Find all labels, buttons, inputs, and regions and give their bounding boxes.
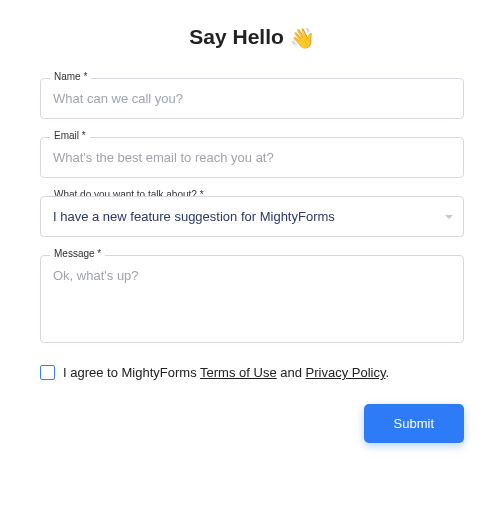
email-label: Email * [50, 130, 90, 141]
topic-select[interactable]: I have a new feature suggestion for Migh… [40, 196, 464, 237]
message-label: Message * [50, 248, 105, 259]
consent-suffix: . [386, 365, 390, 380]
consent-row: I agree to MightyForms Terms of Use and … [40, 365, 464, 380]
topic-selected-value: I have a new feature suggestion for Migh… [53, 209, 335, 224]
consent-prefix: I agree to MightyForms [63, 365, 200, 380]
email-field-group: Email * [40, 137, 464, 178]
consent-checkbox[interactable] [40, 365, 55, 380]
name-input[interactable] [40, 78, 464, 119]
consent-and: and [277, 365, 306, 380]
form-footer: Submit [40, 404, 464, 443]
submit-button[interactable]: Submit [364, 404, 464, 443]
title-text: Say Hello [189, 25, 284, 48]
terms-link[interactable]: Terms of Use [200, 365, 277, 380]
name-label: Name * [50, 71, 91, 82]
topic-field-group: What do you want to talk about? * I have… [40, 196, 464, 237]
privacy-link[interactable]: Privacy Policy [306, 365, 386, 380]
consent-text: I agree to MightyForms Terms of Use and … [63, 365, 389, 380]
message-field-group: Message * [40, 255, 464, 347]
email-input[interactable] [40, 137, 464, 178]
chevron-down-icon [445, 215, 453, 219]
name-field-group: Name * [40, 78, 464, 119]
wave-icon: 👋 [290, 27, 315, 49]
message-textarea[interactable] [40, 255, 464, 343]
form-title: Say Hello 👋 [40, 25, 464, 50]
